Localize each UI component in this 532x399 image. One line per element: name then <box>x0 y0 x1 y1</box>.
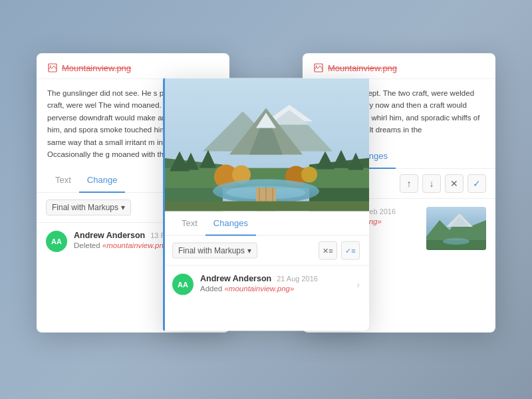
svg-point-1 <box>50 66 51 67</box>
svg-rect-37 <box>163 201 369 211</box>
center-tabs: Text Changes <box>163 211 369 236</box>
cross-btn[interactable]: ✕ <box>445 174 464 193</box>
chevron-down-icon: ▾ <box>121 203 125 212</box>
center-file-ref: «mountainview.png» <box>224 285 294 293</box>
center-avatar: AA <box>172 274 194 295</box>
image-icon <box>47 63 58 73</box>
svg-point-30 <box>301 167 317 183</box>
center-dropdown[interactable]: Final with Markups ▾ <box>172 243 257 259</box>
arrow-down-btn[interactable]: ↓ <box>422 174 441 193</box>
center-action-verb: Added <box>200 285 222 293</box>
arrow-up-btn[interactable]: ↑ <box>400 174 418 193</box>
left-author: Andrew Anderson <box>74 231 145 240</box>
left-tab-text[interactable]: Text <box>47 168 79 193</box>
center-comment-content: Andrew Anderson 21 Aug 2016 Added «mount… <box>200 274 350 293</box>
right-filename: Mountainview.png <box>328 63 397 73</box>
check-btn[interactable]: ✓ <box>467 174 486 193</box>
center-icon-group: ✕≡ ✓≡ <box>319 241 360 260</box>
left-dropdown-label: Final with Markups <box>52 203 118 212</box>
right-image-icon <box>313 63 324 73</box>
center-tab-changes[interactable]: Changes <box>205 211 256 236</box>
svg-point-9 <box>443 238 469 245</box>
center-chevron-down-icon: ▾ <box>247 246 251 255</box>
center-check-lines-btn[interactable]: ✓≡ <box>341 241 360 260</box>
right-file-label: Mountainview.png <box>313 63 485 73</box>
center-dropdown-label: Final with Markups <box>178 246 245 255</box>
center-action: Added «mountainview.png» <box>200 285 350 293</box>
left-avatar: AA <box>46 231 67 252</box>
center-comment-header: Andrew Anderson 21 Aug 2016 <box>200 274 350 283</box>
right-card-header: Mountainview.png <box>303 53 495 79</box>
center-toolbar: Final with Markups ▾ ✕≡ ✓≡ <box>163 236 369 266</box>
left-file-label: Mountainview.png <box>47 63 219 73</box>
svg-point-3 <box>316 66 317 67</box>
center-tab-text[interactable]: Text <box>174 211 205 236</box>
center-cross-lines-btn[interactable]: ✕≡ <box>319 241 337 260</box>
center-image <box>163 78 369 211</box>
left-filename: Mountainview.png <box>62 63 131 73</box>
center-date: 21 Aug 2016 <box>277 275 318 283</box>
center-author: Andrew Anderson <box>200 274 271 283</box>
left-tab-changes[interactable]: Change <box>79 168 126 193</box>
left-dropdown[interactable]: Final with Markups ▾ <box>46 200 131 215</box>
center-comment: AA Andrew Anderson 21 Aug 2016 Added «mo… <box>163 266 369 303</box>
right-thumb <box>426 207 486 250</box>
left-file-ref: «mountainview.png» <box>102 241 172 249</box>
chevron-right-icon: › <box>356 279 360 290</box>
accent-border <box>163 78 165 331</box>
center-card: Text Changes Final with Markups ▾ ✕≡ ✓≡ … <box>163 78 369 331</box>
left-action-verb: Deleted <box>74 241 100 249</box>
left-card-header: Mountainview.png <box>37 53 229 79</box>
